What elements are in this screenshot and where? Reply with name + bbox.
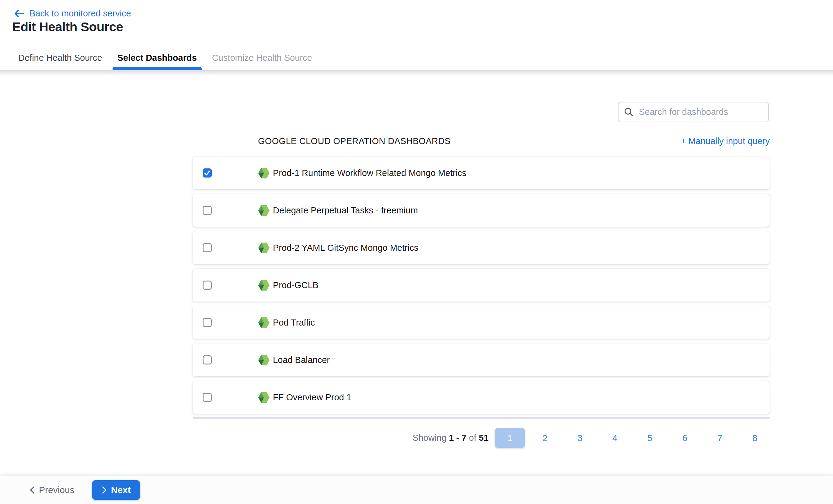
tabbar-shadow [0, 70, 833, 76]
dashboard-label: Prod-GCLB [273, 280, 318, 290]
dashboard-label: Load Balancer [273, 355, 330, 365]
tab-customize-health-source[interactable]: Customize Health Source [212, 45, 312, 70]
pagination: Showing 1 - 7 of 51 1 2 3 4 5 6 7 8 [412, 428, 770, 448]
chevron-left-icon [29, 486, 35, 494]
next-label: Next [111, 485, 131, 495]
back-link[interactable]: Back to monitored service [14, 8, 131, 19]
tab-define-health-source[interactable]: Define Health Source [18, 45, 102, 70]
page-button-2[interactable]: 2 [530, 428, 560, 448]
dashboard-label: Pod Traffic [273, 318, 315, 328]
page-button-6[interactable]: 6 [670, 428, 700, 448]
dashboard-checkbox[interactable] [203, 206, 212, 215]
dashboard-checkbox[interactable] [203, 393, 212, 402]
tab-bar: Define Health Source Select Dashboards C… [0, 45, 833, 70]
pagination-summary: Showing 1 - 7 of 51 [412, 433, 489, 443]
dashboard-hexagon-icon [258, 204, 270, 217]
back-link-label: Back to monitored service [29, 8, 131, 19]
previous-button[interactable]: Previous [29, 485, 74, 495]
back-arrow-icon [14, 9, 25, 18]
section-title: GOOGLE CLOUD OPERATION DASHBOARDS [258, 136, 451, 146]
page-button-4[interactable]: 4 [600, 428, 630, 448]
dashboard-hexagon-icon [258, 316, 270, 329]
dashboard-checkbox[interactable] [203, 318, 212, 327]
section-header-row: GOOGLE CLOUD OPERATION DASHBOARDS + Manu… [258, 136, 770, 146]
dashboard-list: Prod-1 Runtime Workflow Related Mongo Me… [193, 156, 770, 418]
search-input[interactable] [638, 107, 763, 117]
dashboard-row[interactable]: Prod-1 Runtime Workflow Related Mongo Me… [193, 156, 770, 190]
page-button-1[interactable]: 1 [495, 428, 525, 448]
dashboard-checkbox[interactable] [203, 243, 212, 252]
dashboard-row[interactable]: Prod-2 YAML GitSync Mongo Metrics [193, 231, 770, 264]
page-title: Edit Health Source [12, 20, 123, 35]
dashboard-row[interactable]: Load Balancer [193, 344, 770, 376]
wizard-footer: Previous Next [0, 476, 833, 504]
tab-select-dashboards[interactable]: Select Dashboards [117, 45, 197, 70]
dashboard-row[interactable]: Prod-GCLB [193, 269, 770, 302]
search-icon [624, 107, 634, 117]
page-button-5[interactable]: 5 [635, 428, 665, 448]
dashboard-checkbox[interactable] [203, 281, 212, 290]
dashboard-hexagon-icon [258, 391, 270, 404]
dashboard-checkbox[interactable] [203, 355, 212, 364]
chevron-right-icon [101, 486, 108, 494]
checkmark-icon [204, 169, 211, 177]
list-bottom-divider [193, 417, 770, 419]
next-button[interactable]: Next [92, 480, 140, 500]
dashboard-label: Delegate Perpetual Tasks - freemium [273, 205, 418, 216]
dashboard-hexagon-icon [258, 242, 270, 254]
dashboard-row[interactable]: Pod Traffic [193, 306, 770, 339]
previous-label: Previous [39, 485, 74, 495]
page-button-8[interactable]: 8 [740, 428, 770, 448]
dashboard-checkbox[interactable] [203, 169, 212, 178]
edit-health-source-page: Back to monitored service Edit Health So… [0, 0, 833, 504]
manually-input-query-link[interactable]: + Manually input query [681, 136, 770, 146]
page-button-3[interactable]: 3 [565, 428, 595, 448]
dashboard-label: FF Overview Prod 1 [273, 393, 351, 402]
dashboard-search[interactable] [618, 102, 769, 122]
page-button-7[interactable]: 7 [705, 428, 735, 448]
dashboard-label: Prod-2 YAML GitSync Mongo Metrics [273, 243, 418, 253]
dashboard-label: Prod-1 Runtime Workflow Related Mongo Me… [273, 168, 467, 178]
dashboard-row[interactable]: FF Overview Prod 1 [193, 381, 770, 414]
dashboard-row[interactable]: Delegate Perpetual Tasks - freemium [193, 194, 770, 227]
dashboard-hexagon-icon [258, 354, 270, 367]
dashboard-hexagon-icon [258, 279, 270, 292]
dashboard-hexagon-icon [258, 167, 270, 180]
